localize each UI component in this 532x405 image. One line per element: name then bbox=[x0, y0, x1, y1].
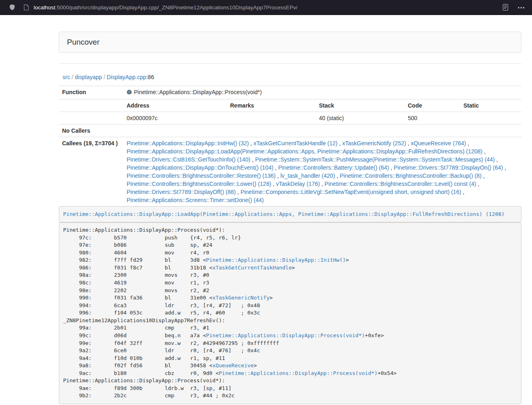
function-table: Function Pinetime::Applications::Display… bbox=[59, 86, 521, 206]
breadcrumb: src / displayapp / DisplayApp.cpp:86 bbox=[59, 74, 521, 80]
highlighted-symbol-link[interactable]: Pinetime::Applications::DisplayApp::Load… bbox=[63, 211, 505, 217]
page-actions-menu-icon[interactable]: ⋯ bbox=[517, 4, 526, 11]
values-row: 0x0000097c 40 (static) 500 bbox=[59, 112, 521, 125]
breadcrumb-separator: / bbox=[70, 74, 75, 80]
value-static bbox=[460, 112, 521, 125]
breadcrumb-separator: / bbox=[102, 74, 107, 80]
callees-row: Callees (19, Σ=3704 ) Pinetime::Applicat… bbox=[59, 137, 521, 207]
no-callers-row: No Callers bbox=[59, 125, 521, 137]
value-address: 0x0000097c bbox=[123, 112, 227, 125]
disassembly-block: Pinetime::Applications::DisplayApp::Proc… bbox=[59, 222, 521, 404]
divider bbox=[59, 63, 521, 64]
col-header-static: Static bbox=[460, 99, 521, 112]
col-header-code: Code bbox=[405, 99, 460, 112]
callee-link[interactable]: Pinetime::Controllers::BrightnessControl… bbox=[340, 172, 481, 179]
breadcrumb-link[interactable]: displayapp bbox=[75, 74, 102, 80]
callee-link[interactable]: Pinetime::Drivers::St7789::DisplayOn() (… bbox=[394, 164, 503, 171]
callee-link[interactable]: Pinetime::Drivers::Cst816S::GetTouchInfo… bbox=[127, 156, 250, 163]
disasm-symbol-link[interactable]: Pinetime::Applications::DisplayApp::Proc… bbox=[206, 332, 365, 338]
app-header-panel: Puncover bbox=[59, 32, 521, 53]
callee-link[interactable]: Pinetime::System::SystemTask::PushMessag… bbox=[255, 156, 495, 163]
value-stack: 40 (static) bbox=[316, 112, 405, 125]
page-info-icon[interactable] bbox=[24, 4, 29, 11]
callee-link[interactable]: Pinetime::Controllers::BrightnessControl… bbox=[127, 181, 271, 187]
callee-link[interactable]: Pinetime::Components::LittleVgl::SetNewT… bbox=[241, 189, 461, 195]
disasm-symbol-link[interactable]: Pinetime::Applications::DisplayApp::Proc… bbox=[219, 370, 377, 376]
callee-link[interactable]: Pinetime::Applications::DisplayApp::Init… bbox=[127, 140, 249, 146]
callee-link[interactable]: vTaskDelay (176) bbox=[276, 181, 320, 187]
browser-toolbar: localhost:5000/path/src/displayapp/Displ… bbox=[0, 0, 532, 15]
url-bar[interactable]: localhost:5000/path/src/displayapp/Displ… bbox=[34, 4, 297, 11]
callee-link[interactable]: Pinetime::Applications::DisplayApp::OnTo… bbox=[127, 164, 274, 171]
disasm-symbol-link[interactable]: xTaskGetCurrentTaskHandle bbox=[212, 265, 292, 271]
callee-link[interactable]: Pinetime::Controllers::BrightnessControl… bbox=[325, 181, 476, 187]
disasm-symbol-link[interactable]: Pinetime::Applications::DisplayApp::Init… bbox=[206, 257, 346, 263]
breadcrumb-link[interactable]: DisplayApp.cpp bbox=[107, 74, 146, 80]
no-callers-label: No Callers bbox=[59, 125, 123, 137]
url-path: :5000/path/src/displayapp/DisplayApp.cpp… bbox=[55, 4, 297, 11]
page-title: Puncover bbox=[67, 38, 99, 46]
callees-list: Pinetime::Applications::DisplayApp::Init… bbox=[123, 137, 521, 207]
callee-link[interactable]: xQueueReceive (764) bbox=[411, 140, 466, 146]
url-host: localhost bbox=[34, 4, 55, 11]
tracking-shield-icon[interactable] bbox=[9, 4, 15, 11]
no-callers-cell bbox=[123, 125, 521, 137]
col-header-address: Address bbox=[123, 99, 227, 112]
highlighted-symbol-block: Pinetime::Applications::DisplayApp::Load… bbox=[59, 206, 521, 222]
disasm-symbol-link[interactable]: xTaskGenericNotify bbox=[212, 295, 269, 301]
value-remarks bbox=[227, 112, 316, 125]
disasm-symbol-link[interactable]: xQueueReceive bbox=[212, 362, 254, 368]
breadcrumb-line-number: :86 bbox=[146, 74, 154, 80]
callee-link[interactable]: Pinetime::Drivers::St7789::DisplayOff() … bbox=[127, 189, 236, 195]
function-name: Pinetime::Applications::DisplayApp::Proc… bbox=[134, 89, 262, 95]
callee-link[interactable]: Pinetime::Applications::Screens::Timer::… bbox=[127, 197, 264, 203]
function-name-cell: Pinetime::Applications::DisplayApp::Proc… bbox=[123, 86, 521, 99]
empty-label-cell bbox=[59, 99, 123, 112]
function-row: Function Pinetime::Applications::Display… bbox=[59, 86, 521, 99]
callee-link[interactable]: Pinetime::Controllers::BrightnessControl… bbox=[127, 172, 276, 179]
value-code: 500 bbox=[405, 112, 460, 125]
empty-label-cell bbox=[59, 112, 123, 125]
page-content: Puncover src / displayapp / DisplayApp.c… bbox=[59, 32, 521, 404]
callee-link[interactable]: xTaskGenericNotify (252) bbox=[342, 140, 406, 146]
reader-mode-icon[interactable] bbox=[502, 4, 508, 11]
function-row-label: Function bbox=[59, 86, 123, 99]
callee-link[interactable]: lv_task_handler (420) bbox=[280, 172, 335, 179]
callee-link[interactable]: xTaskGetCurrentTaskHandle (12) bbox=[254, 140, 338, 146]
function-icon bbox=[127, 89, 132, 97]
callees-label: Callees (19, Σ=3704 ) bbox=[59, 137, 123, 207]
callee-link[interactable]: Pinetime::Applications::DisplayApp::Load… bbox=[127, 148, 482, 155]
col-header-stack: Stack bbox=[316, 99, 405, 112]
col-header-remarks: Remarks bbox=[227, 99, 316, 112]
breadcrumb-link[interactable]: src bbox=[62, 74, 70, 80]
callee-link[interactable]: Pinetime::Controllers::Battery::Update()… bbox=[278, 164, 389, 171]
columns-header-row: Address Remarks Stack Code Static bbox=[59, 99, 521, 112]
